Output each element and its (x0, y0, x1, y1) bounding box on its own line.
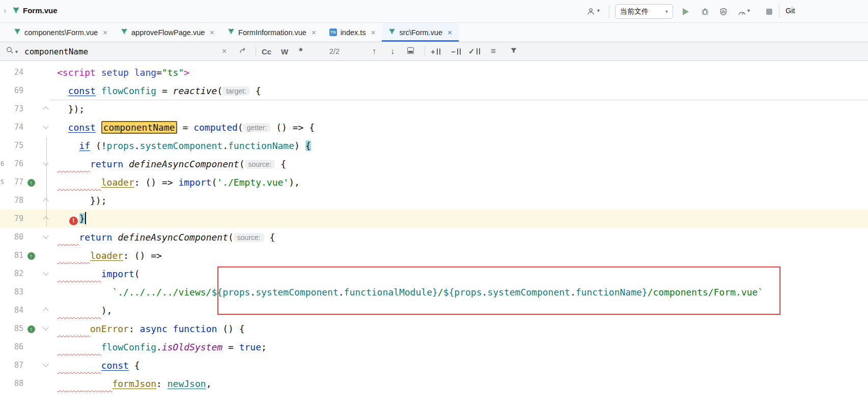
filter-icon[interactable] (510, 47, 517, 56)
overrides-icon[interactable]: ↑ (27, 252, 35, 260)
code-line-84[interactable]: 84 ), (0, 301, 868, 319)
code-token: { (250, 85, 261, 96)
add-occurrence-button[interactable]: + (431, 47, 440, 56)
code-token: lang (134, 67, 156, 78)
code-text[interactable]: formJson: newJson, (57, 378, 868, 389)
previous-match-button[interactable]: ↑ (372, 47, 376, 56)
chevron-down-icon[interactable]: ▾ (15, 49, 18, 54)
code-text[interactable]: const componentName = computed(getter: (… (57, 122, 868, 133)
code-line-83[interactable]: 83 `./../../../views/${props.systemCompo… (0, 283, 868, 301)
code-line-81[interactable]: 81↑ loader: () => (0, 246, 868, 264)
line-number: 88 (0, 379, 23, 388)
code-text[interactable]: <script setup lang="ts"> (57, 67, 868, 78)
filter-lines-icon[interactable]: ≡ (491, 46, 496, 56)
fold-down-icon[interactable] (43, 270, 48, 275)
code-line-88[interactable]: 88 formJson: newJson, (0, 374, 868, 393)
code-token: { (275, 159, 286, 169)
code-text[interactable]: return defineAsyncComponent(source: { (57, 159, 868, 169)
code-text[interactable]: !} (57, 212, 868, 225)
close-icon[interactable]: × (312, 28, 316, 37)
profiler-button[interactable] (736, 6, 747, 17)
code-text[interactable]: `./../../../views/${props.systemComponen… (57, 287, 868, 297)
coverage-icon (719, 8, 727, 16)
tab-components-form[interactable]: components\Form.vue × (7, 23, 114, 42)
select-all-occurrences-button[interactable]: ✓ (468, 47, 480, 56)
code-text[interactable]: onError: async function () { (57, 323, 868, 334)
whole-words-toggle[interactable]: W (281, 47, 288, 56)
tab-src-form-active[interactable]: src\Form.vue × (382, 23, 458, 42)
debug-button[interactable] (699, 6, 711, 17)
code-token: ; (261, 342, 267, 352)
coverage-button[interactable] (718, 6, 729, 17)
search-input[interactable]: componentName (24, 47, 88, 56)
fold-down-icon[interactable] (43, 160, 48, 165)
tab-forminformation[interactable]: FormInformation.vue × (221, 23, 323, 42)
code-line-73[interactable]: 73 }); (0, 100, 868, 118)
code-line-74[interactable]: 74 const componentName = computed(getter… (0, 118, 868, 136)
code-line-75[interactable]: 75 if (!props.systemComponent.functionNa… (0, 136, 868, 155)
search-icon[interactable] (6, 47, 14, 56)
fold-down-icon[interactable] (43, 324, 48, 330)
results-count: 2/2 (329, 47, 340, 55)
tab-approveflowpage[interactable]: approveFlowPage.vue × (114, 23, 221, 42)
code-text[interactable]: }); (57, 195, 868, 206)
tab-label: FormInformation.vue (238, 28, 306, 37)
overrides-icon[interactable]: ↑ (27, 179, 35, 187)
code-text[interactable]: loader: () => import('./Empty.vue'), (57, 177, 868, 188)
users-icon[interactable] (585, 6, 597, 17)
clear-icon[interactable]: × (222, 47, 227, 56)
run-button[interactable] (680, 6, 691, 17)
fold-down-icon[interactable] (43, 123, 48, 129)
code-text[interactable]: loader: () => (57, 250, 868, 261)
gutter: 83 (0, 283, 57, 301)
fold-end-icon[interactable] (43, 308, 48, 313)
remove-occurrence-button[interactable]: − (451, 47, 461, 56)
code-line-24[interactable]: 24<script setup lang="ts"> (0, 63, 868, 81)
code-line-69[interactable]: 69 const flowConfig = reactive(target: { (0, 81, 868, 100)
fold-end-icon[interactable] (43, 216, 48, 222)
open-in-find-window-button[interactable] (407, 47, 414, 56)
fold-down-icon[interactable] (43, 361, 48, 367)
code-line-86[interactable]: 86 flowConfig.isOldSystem = true; (0, 338, 868, 356)
next-match-button[interactable]: ↓ (390, 47, 395, 56)
close-icon[interactable]: × (210, 28, 214, 37)
fold-end-icon[interactable] (43, 198, 48, 203)
code-text[interactable]: import( (57, 269, 868, 279)
code-text[interactable]: const { (57, 360, 868, 371)
code-text[interactable]: flowConfig.isOldSystem = true; (57, 342, 868, 352)
git-menu[interactable]: Git (786, 7, 795, 15)
chevron-down-icon[interactable]: ▾ (747, 8, 750, 13)
code-text[interactable]: const flowConfig = reactive(target: { (57, 85, 868, 96)
newline-icon[interactable] (239, 47, 247, 56)
code-line-87[interactable]: 87 const { (0, 356, 868, 374)
fold-end-icon[interactable] (43, 106, 48, 112)
code-text[interactable]: ), (57, 305, 868, 316)
code-line-78[interactable]: 78 }); (0, 191, 868, 210)
chevron-down-icon[interactable]: ▾ (597, 8, 600, 13)
gutter: 24 (0, 63, 57, 81)
code-line-82[interactable]: 82 import( (0, 264, 868, 283)
collapse-chevron-icon[interactable]: › (4, 6, 6, 15)
fold-down-icon[interactable] (43, 233, 48, 239)
tab-index-ts[interactable]: TS index.ts × (323, 23, 382, 42)
run-config-select[interactable]: 当前文件 ▾ (615, 4, 673, 19)
code-token (129, 67, 134, 78)
code-line-79[interactable]: 79 !} (0, 210, 868, 228)
code-token: ), (101, 305, 113, 316)
close-icon[interactable]: × (371, 28, 376, 37)
code-text[interactable]: return defineAsyncComponent(source: { (57, 232, 868, 243)
overrides-icon[interactable]: ↑ (27, 325, 35, 333)
match-case-toggle[interactable]: Cc (262, 47, 271, 56)
code-line-76[interactable]: 676 return defineAsyncComponent(source: … (0, 155, 868, 173)
close-icon[interactable]: × (447, 28, 452, 37)
code-line-80[interactable]: 80 return defineAsyncComponent(source: { (0, 228, 868, 246)
code-line-85[interactable]: 85↑ onError: async function () { (0, 319, 868, 338)
stop-button[interactable] (764, 6, 775, 17)
code-token (57, 250, 90, 261)
code-token: : (156, 378, 167, 389)
regex-toggle[interactable]: * (299, 46, 302, 57)
code-text[interactable]: }); (57, 104, 868, 114)
code-text[interactable]: if (!props.systemComponent.functionName)… (57, 140, 868, 151)
code-line-77[interactable]: 577↑ loader: () => import('./Empty.vue')… (0, 173, 868, 191)
close-icon[interactable]: × (103, 28, 107, 37)
